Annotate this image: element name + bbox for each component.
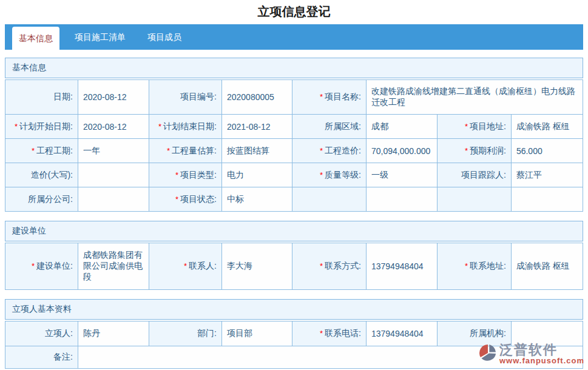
field-region-value: 成都	[366, 115, 437, 139]
label-text: 计划结束日期:	[163, 121, 217, 131]
table-row: 日期: 2020-08-12 项目编号: 2020080005 *项目名称: 改…	[5, 80, 583, 115]
field-date-value: 2020-08-12	[78, 80, 149, 115]
construction-unit-table: *建设单位: 成都铁路集团有限公司成渝供电段 *联系人: 李大海 *联系方式: …	[5, 243, 583, 290]
required-asterisk: *	[320, 92, 323, 101]
field-cost-value: 70,094,000.000	[366, 139, 437, 163]
table-row: 立项人: 陈丹 部门: 项目部 *联系电话: 13794948404 所属机构:	[5, 321, 583, 346]
label-text: 联系人:	[189, 261, 217, 271]
field-unit-contact-value: 李大海	[221, 243, 292, 290]
required-asterisk: *	[465, 261, 468, 271]
required-asterisk: *	[465, 146, 468, 155]
label-text: 联系电话:	[325, 328, 361, 338]
empty-value-cell	[366, 187, 437, 212]
field-unit-address-label: *联系地址:	[438, 243, 512, 290]
required-asterisk: *	[32, 261, 35, 271]
label-text: 立项人:	[45, 328, 73, 338]
field-unit-address-value: 成渝铁路 枢纽	[511, 243, 583, 290]
section-basic-info: 基本信息 日期: 2020-08-12 项目编号: 2020080005 *项目…	[5, 58, 583, 212]
table-row: *建设单位: 成都铁路集团有限公司成渝供电段 *联系人: 李大海 *联系方式: …	[5, 243, 583, 290]
section-applicant-info: 立项人基本资料 立项人: 陈丹 部门: 项目部 *联系电话: 137949484…	[5, 299, 583, 369]
label-text: 联系方式:	[325, 261, 361, 271]
label-text: 工程造价:	[325, 146, 361, 155]
field-unit-value: 成都铁路集团有限公司成渝供电段	[78, 243, 149, 290]
required-asterisk: *	[184, 261, 187, 271]
field-status-value: 中标	[221, 187, 292, 212]
field-unit-label: *建设单位:	[5, 243, 78, 290]
label-text: 计划开始日期:	[19, 121, 73, 131]
field-quantity-label: *工程量估算:	[149, 139, 222, 163]
empty-label-cell	[438, 187, 512, 212]
field-plan-start-label: *计划开始日期:	[5, 115, 78, 139]
field-plan-start-value: 2020-08-12	[78, 115, 149, 139]
required-asterisk: *	[158, 122, 161, 131]
empty-label-cell	[292, 187, 367, 212]
field-duration-value: 一年	[78, 139, 149, 163]
field-organization-value	[511, 321, 583, 346]
field-remark-label: 备注:	[5, 346, 78, 369]
field-organization-label: 所属机构:	[438, 321, 512, 346]
required-asterisk: *	[320, 261, 323, 271]
field-profit-label: *预期利润:	[438, 139, 512, 163]
field-profit-value: 56.000	[511, 139, 583, 163]
label-text: 备注:	[53, 352, 73, 362]
field-cost-label: *工程造价:	[292, 139, 367, 163]
label-text: 造价(大写):	[31, 170, 73, 180]
field-tracker-value: 蔡江平	[511, 163, 583, 187]
field-department-label: 部门:	[149, 321, 222, 346]
tab-construction-list[interactable]: 项目施工清单	[68, 24, 132, 50]
label-text: 项目跟踪人:	[461, 170, 506, 180]
field-branch-label: 所属分公司:	[5, 187, 78, 212]
section-applicant-info-header: 立项人基本资料	[5, 299, 583, 320]
field-plan-end-value: 2021-08-12	[221, 115, 292, 139]
field-duration-label: *工程工期:	[5, 139, 78, 163]
required-asterisk: *	[465, 122, 468, 131]
tab-bar: 基本信息 项目施工清单 项目成员	[5, 24, 583, 50]
required-asterisk: *	[320, 146, 323, 155]
table-row: 备注:	[5, 346, 583, 369]
applicant-info-table: 立项人: 陈丹 部门: 项目部 *联系电话: 13794948404 所属机构:…	[5, 321, 583, 369]
section-construction-unit: 建设单位 *建设单位: 成都铁路集团有限公司成渝供电段 *联系人: 李大海 *联…	[5, 221, 583, 290]
label-text: 联系地址:	[470, 261, 506, 271]
field-applicant-value: 陈丹	[78, 321, 149, 346]
label-text: 所属分公司:	[28, 194, 73, 204]
field-department-value: 项目部	[221, 321, 292, 346]
field-remark-value	[78, 346, 583, 369]
field-status-label: *项目状态:	[149, 187, 222, 212]
tab-project-members[interactable]: 项目成员	[141, 24, 188, 50]
field-tracker-label: 项目跟踪人:	[438, 163, 512, 187]
label-text: 项目编号:	[180, 92, 217, 101]
required-asterisk: *	[320, 329, 323, 338]
empty-value-cell	[511, 187, 583, 212]
field-cost-caps-value	[78, 163, 149, 187]
table-row: 所属分公司: *项目状态: 中标	[5, 187, 583, 212]
tab-basic-info[interactable]: 基本信息	[12, 27, 59, 50]
field-type-value: 电力	[221, 163, 292, 187]
field-grade-label: *质量等级:	[292, 163, 367, 187]
field-address-value: 成渝铁路 枢纽	[511, 115, 583, 139]
field-date-label: 日期:	[5, 80, 78, 115]
required-asterisk: *	[32, 146, 35, 155]
field-quantity-value: 按蓝图结算	[221, 139, 292, 163]
section-basic-info-header: 基本信息	[5, 58, 583, 78]
label-text: 工程量估算:	[172, 146, 217, 155]
field-address-label: *项目地址:	[438, 115, 512, 139]
label-text: 部门:	[197, 328, 217, 338]
table-row: *计划开始日期: 2020-08-12 *计划结束日期: 2021-08-12 …	[5, 115, 583, 139]
field-type-label: *项目类型:	[149, 163, 222, 187]
field-project-no-label: 项目编号:	[149, 80, 222, 115]
table-row: *工程工期: 一年 *工程量估算: 按蓝图结算 *工程造价: 70,094,00…	[5, 139, 583, 163]
field-cost-caps-label: 造价(大写):	[5, 163, 78, 187]
required-asterisk: *	[175, 170, 178, 180]
label-text: 所属区域:	[325, 121, 361, 131]
field-applicant-label: 立项人:	[5, 321, 78, 346]
label-text: 所属机构:	[470, 328, 506, 338]
field-project-no-value: 2020080005	[221, 80, 292, 115]
field-applicant-phone-value: 13794948404	[366, 321, 437, 346]
field-applicant-phone-label: *联系电话:	[292, 321, 367, 346]
field-project-name-label: *项目名称:	[292, 80, 367, 115]
section-construction-unit-header: 建设单位	[5, 221, 583, 241]
label-text: 工程工期:	[36, 146, 73, 155]
label-text: 项目状态:	[180, 194, 217, 204]
label-text: 项目名称:	[325, 92, 361, 101]
field-unit-phone-value: 13794948404	[366, 243, 437, 290]
